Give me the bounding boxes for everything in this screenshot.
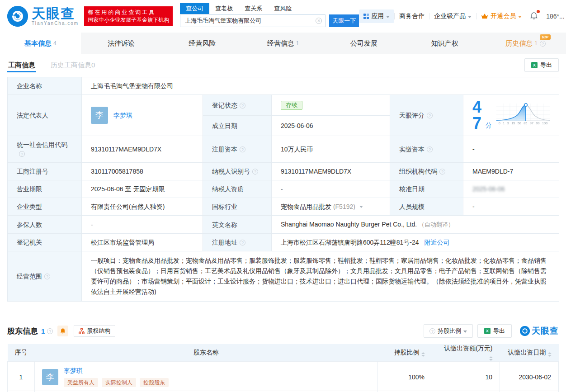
subtab-business-registration[interactable]: 工商信息 — [7, 56, 36, 75]
col-holding-ratio[interactable]: 持股比例 — [378, 344, 432, 361]
industry-label: 国标行业 — [203, 198, 272, 216]
score-value: 47 — [472, 99, 484, 132]
col-subscribed-amount[interactable]: 认缴出资额(万元) — [432, 344, 500, 361]
shareholder-name-link[interactable]: 李梦琪 — [64, 367, 169, 375]
org-code-value: MAEM9DLD-7 — [463, 163, 559, 180]
address-value: 上海市松江区石湖荡镇唐明路600弄112幢81号-24 — [281, 239, 419, 246]
row-index: 1 — [8, 361, 35, 392]
table-row: 企业类型 有限责任公司(自然人独资) 国标行业 宠物食品用品批发 (F5192)… — [8, 198, 559, 216]
business-cooperation-link[interactable]: 商务合作 — [395, 9, 429, 23]
search-tab-company[interactable]: 查公司 — [180, 3, 209, 14]
vip-badge: VIP — [540, 34, 551, 40]
taxpayer-quality-label: 纳税人资质 — [203, 180, 272, 198]
staff-size-label: 人员规模 — [390, 198, 463, 216]
legal-rep-link[interactable]: 李梦琪 — [113, 111, 132, 120]
help-icon[interactable]: ? — [44, 274, 50, 279]
business-scope-value: 一般项目：宠物食品及用品批发；宠物食品及用品零售；服装服饰批发；服装服饰零售；鞋… — [82, 251, 559, 302]
tab-history-info[interactable]: 历史信息1 ? VIP — [485, 33, 566, 54]
establish-date-label: 成立日期 — [203, 116, 272, 136]
holding-ratio-dropdown[interactable]: ? 持股比例 — [424, 324, 473, 338]
help-icon[interactable]: ? — [252, 169, 258, 175]
shareholders-export-button[interactable]: X 导出 — [477, 324, 512, 338]
account-menu[interactable]: 186*... — [542, 10, 566, 23]
tab-legal-proceedings[interactable]: 法律诉讼 — [81, 33, 162, 54]
help-icon[interactable]: ? — [240, 240, 245, 246]
org-chart-icon — [79, 328, 85, 334]
table-row: 企业名称 上海毛毛淘气堡宠物有限公司 — [8, 77, 559, 95]
help-icon: ? — [429, 328, 435, 334]
chevron-down-icon — [468, 16, 472, 18]
help-icon[interactable]: ? — [439, 169, 445, 175]
tab-business-info[interactable]: 经营信息1 — [243, 33, 324, 54]
chevron-down-icon[interactable] — [359, 206, 363, 208]
help-icon[interactable]: ? — [240, 103, 245, 109]
tag-beneficial-owner: 受益所有人 — [64, 378, 98, 387]
reg-capital-label: 注册资本 — [212, 146, 237, 153]
apps-menu[interactable]: 应用 — [359, 9, 394, 23]
address-label: 注册地址 — [212, 239, 237, 246]
auto-translate-note: （自动翻译） — [419, 221, 454, 228]
tianyancha-logo-icon — [520, 326, 530, 336]
insured-label: 参保人数 — [8, 216, 82, 234]
company-info-table: 企业名称 上海毛毛淘气堡宠物有限公司 法定代表人 李 李梦琪 登记状态? 存续 … — [7, 77, 559, 302]
search-tab-risk[interactable]: 查风险 — [268, 3, 297, 14]
reg-capital-value: 10万人民币 — [272, 136, 390, 163]
industry-value: 宠物食品用品批发 — [281, 203, 331, 210]
tab-basic-info[interactable]: 基本信息4 — [0, 33, 81, 54]
help-icon[interactable]: ? — [540, 41, 546, 47]
apps-label: 应用 — [371, 12, 384, 20]
table-row: 经营范围? 一般项目：宠物食品及用品批发；宠物食品及用品零售；服装服饰批发；服装… — [8, 251, 559, 302]
tag-controlling-shareholder: 控股股东 — [140, 378, 169, 387]
business-scope-label: 经营范围 — [17, 273, 42, 280]
tab-operational-risk[interactable]: 经营风险 — [162, 33, 243, 54]
company-name-value: 上海毛毛淘气堡宠物有限公司 — [82, 77, 559, 95]
search-tab-boss[interactable]: 查老板 — [209, 3, 239, 14]
col-shareholder-name: 股东名称 — [35, 344, 378, 361]
score-axis-ticks: 0131550859799100 — [499, 119, 548, 128]
monitor-bell-button[interactable] — [57, 326, 68, 336]
vip-upgrade-menu[interactable]: 开通会员 — [476, 9, 526, 23]
top-nav: 应用 商务合作 企业级产品 开通会员 186*... — [359, 9, 566, 24]
notifications-bell[interactable] — [526, 9, 542, 24]
approval-date-value-blurred: 2025-06-06 — [472, 185, 505, 193]
export-button[interactable]: X 导出 — [524, 58, 559, 72]
help-icon[interactable]: ? — [19, 151, 25, 157]
col-subscribed-date[interactable]: 认缴出资日期 — [500, 344, 559, 361]
equity-structure-button[interactable]: 股权结构 — [74, 325, 115, 337]
tianyancha-watermark: 天眼查 — [520, 325, 559, 337]
search-button[interactable]: 天眼一下 — [329, 14, 359, 27]
subtab-bar: 工商信息 历史工商信息0 X 导出 — [0, 54, 566, 76]
status-badge: 存续 — [281, 101, 302, 110]
apps-grid-icon — [363, 14, 369, 19]
avatar: 李 — [42, 369, 58, 385]
nearby-companies-link[interactable]: 附近公司 — [424, 239, 449, 246]
tab-intellectual-property[interactable]: 知识产权 — [404, 33, 485, 54]
crown-icon — [481, 13, 488, 19]
tianyan-score[interactable]: 47 分 — [472, 99, 550, 132]
table-row: 登记机关 松江区市场监督管理局 注册地址? 上海市松江区石湖荡镇唐明路600弄1… — [8, 234, 559, 251]
shareholders-count: 1 — [41, 327, 45, 335]
taxpayer-quality-value: - — [272, 180, 390, 198]
reg-number-value: 310117005817858 — [82, 163, 203, 180]
enterprise-products-menu[interactable]: 企业级产品 — [429, 9, 476, 23]
help-icon[interactable]: ? — [47, 328, 53, 334]
help-icon[interactable]: ? — [427, 146, 433, 152]
search-tab-relation[interactable]: 查关系 — [239, 3, 268, 14]
help-icon[interactable]: ? — [427, 113, 433, 118]
reg-number-label: 工商注册号 — [8, 163, 82, 180]
bell-icon — [60, 328, 66, 334]
subtab-history-registration[interactable]: 历史工商信息0 — [50, 56, 96, 75]
tab-company-development[interactable]: 公司发展 — [323, 33, 404, 54]
tianyancha-logo-icon — [7, 6, 28, 27]
promo-line2: 国家中小企业发展子基金旗下机构 — [88, 16, 169, 24]
help-icon[interactable]: ? — [240, 146, 245, 152]
company-tab-bar: 基本信息4 法律诉讼 经营风险 经营信息1 公司发展 知识产权 历史信息1 ? … — [0, 33, 566, 54]
table-row: 工商注册号 310117005817858 纳税人识别号? 91310117MA… — [8, 163, 559, 180]
col-index: 序号 — [8, 344, 35, 361]
search-input[interactable] — [180, 14, 325, 27]
section-divider — [7, 391, 559, 391]
business-term-value: 2025-06-06 至 无固定期限 — [82, 180, 203, 198]
chevron-down-icon — [386, 16, 390, 18]
tianyancha-logo[interactable]: 天眼查 TianYanCha.com — [7, 6, 79, 27]
table-header-row: 序号 股东名称 持股比例 认缴出资额(万元) 认缴出资日期 — [8, 344, 559, 361]
